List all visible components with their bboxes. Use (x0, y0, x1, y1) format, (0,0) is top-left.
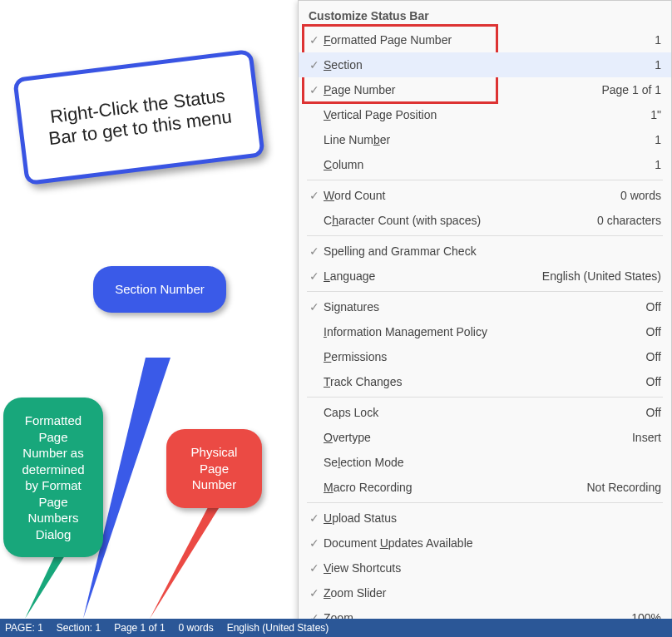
callout-section-number-text: Section Number (93, 266, 226, 313)
menu-item[interactable]: ✓View Shortcuts (299, 556, 671, 580)
menu-item[interactable]: Column1 (299, 152, 671, 177)
menu-item[interactable]: ✓LanguageEnglish (United States) (299, 264, 671, 289)
menu-item-value: 1 (655, 133, 661, 146)
menu-item-value: English (United States) (542, 269, 661, 283)
menu-item-label: Zoom Slider (324, 586, 386, 600)
menu-item-value: Page 1 of 1 (601, 83, 661, 96)
menu-item[interactable]: ✓Section1 (299, 52, 671, 77)
menu-item-value: Off (646, 350, 661, 363)
menu-item[interactable]: Information Management PolicyOff (299, 319, 671, 344)
callout-formatted-page-number: Formatted Page Number as determined by F… (3, 398, 103, 557)
menu-item-label: Spelling and Grammar Check (324, 244, 477, 258)
check-icon: ✓ (305, 536, 324, 550)
instruction-callout: Right-Click the Status Bar to get to thi… (12, 49, 265, 185)
callout-section-number: Section Number (93, 266, 226, 313)
menu-item[interactable]: ✓Zoom Slider (299, 580, 671, 605)
menu-item-label: Page Number (324, 83, 395, 96)
menu-item-label: Track Changes (324, 375, 402, 388)
menu-item-value: 1 (655, 33, 661, 47)
menu-item-label: Word Count (324, 189, 385, 202)
check-icon: ✓ (305, 83, 324, 96)
menu-item-label: Information Management Policy (324, 325, 487, 338)
menu-item-label: Caps Lock (324, 406, 378, 419)
menu-item[interactable]: ✓Formatted Page Number1 (299, 27, 671, 52)
status-word-count[interactable]: 0 words (179, 622, 214, 634)
check-icon: ✓ (305, 269, 324, 283)
callout-physical-page-number-text: Physical Page Number (166, 429, 262, 508)
customize-status-bar-menu[interactable]: Customize Status Bar ✓Formatted Page Num… (298, 0, 672, 637)
menu-item[interactable]: OvertypeInsert (299, 425, 671, 450)
status-language[interactable]: English (United States) (227, 622, 329, 634)
menu-item-label: Permissions (324, 350, 387, 363)
menu-item[interactable]: Macro RecordingNot Recording (299, 475, 671, 500)
menu-item[interactable]: Track ChangesOff (299, 369, 671, 394)
menu-separator (307, 291, 663, 292)
menu-item[interactable]: ✓Spelling and Grammar Check (299, 239, 671, 264)
menu-item-value: Off (646, 325, 661, 338)
menu-item[interactable]: Selection Mode (299, 450, 671, 475)
menu-item-label: Character Count (with spaces) (324, 214, 481, 227)
menu-item-value: Off (646, 406, 661, 419)
status-bar[interactable]: PAGE: 1 Section: 1 Page 1 of 1 0 words E… (0, 619, 672, 637)
menu-item[interactable]: PermissionsOff (299, 344, 671, 369)
menu-item-label: Vertical Page Position (324, 108, 437, 121)
check-icon: ✓ (305, 33, 324, 47)
menu-item[interactable]: Character Count (with spaces)0 character… (299, 208, 671, 233)
menu-item-value: Off (646, 300, 661, 314)
callout-physical-page-number: Physical Page Number (166, 429, 262, 508)
menu-item-value: 1 (655, 58, 661, 72)
menu-item[interactable]: Caps LockOff (299, 400, 671, 425)
menu-item-label: Document Updates Available (324, 536, 473, 550)
menu-item-label: Formatted Page Number (324, 33, 452, 47)
menu-item-value: Insert (632, 431, 661, 444)
check-icon: ✓ (305, 300, 324, 314)
menu-item-label: Column (324, 158, 363, 171)
menu-item[interactable]: Vertical Page Position1" (299, 102, 671, 127)
menu-item-label: View Shortcuts (324, 561, 401, 575)
status-page[interactable]: PAGE: 1 (5, 622, 43, 634)
menu-separator (307, 180, 663, 180)
menu-item-value: 0 characters (597, 214, 661, 227)
check-icon: ✓ (305, 561, 324, 575)
check-icon: ✓ (305, 511, 324, 525)
menu-item-value: 1 (655, 158, 661, 171)
menu-item-label: Upload Status (324, 511, 397, 525)
menu-item[interactable]: ✓SignaturesOff (299, 294, 671, 319)
menu-item-label: Signatures (324, 300, 379, 314)
callout-formatted-page-number-text: Formatted Page Number as determined by F… (3, 398, 103, 557)
menu-item[interactable]: ✓Upload Status (299, 506, 671, 531)
check-icon: ✓ (305, 244, 324, 258)
menu-item-value: 0 words (620, 189, 661, 202)
menu-item[interactable]: Line Number1 (299, 127, 671, 152)
menu-item-value: Off (646, 375, 661, 388)
menu-item-label: Macro Recording (324, 481, 413, 494)
menu-item-label: Overtype (324, 431, 371, 444)
menu-item-label: Section (324, 58, 363, 72)
menu-item[interactable]: ✓Word Count0 words (299, 183, 671, 208)
menu-item-label: Language (324, 269, 375, 283)
menu-title: Customize Status Bar (299, 6, 671, 27)
check-icon: ✓ (305, 586, 324, 600)
check-icon: ✓ (305, 189, 324, 202)
menu-separator (307, 397, 663, 398)
instruction-text: Right-Click the Status Bar to get to thi… (34, 83, 245, 152)
status-page-of[interactable]: Page 1 of 1 (114, 622, 165, 634)
status-section[interactable]: Section: 1 (57, 622, 101, 634)
menu-item[interactable]: ✓Document Updates Available (299, 531, 671, 556)
check-icon: ✓ (305, 58, 324, 72)
menu-separator (307, 235, 663, 236)
menu-separator (307, 502, 663, 503)
menu-item[interactable]: ✓Page NumberPage 1 of 1 (299, 77, 671, 102)
menu-item-label: Line Number (324, 133, 390, 146)
menu-item-value: Not Recording (587, 481, 662, 494)
menu-item-value: 1" (650, 108, 661, 121)
menu-item-label: Selection Mode (324, 456, 404, 469)
